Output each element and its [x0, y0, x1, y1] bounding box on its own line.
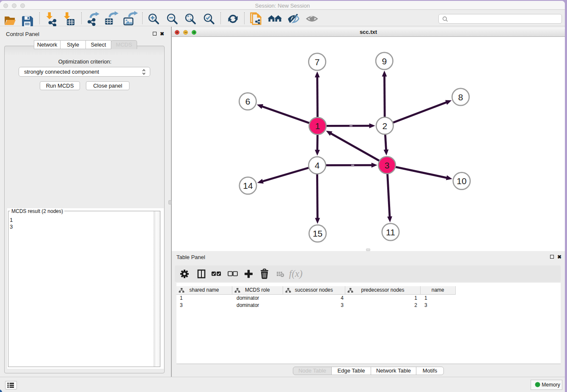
svg-text:6: 6	[245, 97, 250, 106]
svg-text:1: 1	[315, 121, 320, 131]
svg-text:f(x): f(x)	[289, 268, 303, 279]
svg-text:8: 8	[458, 92, 463, 102]
svg-text:3: 3	[385, 160, 390, 170]
svg-text:15: 15	[313, 229, 322, 238]
svg-text:9: 9	[382, 56, 387, 66]
svg-text:2: 2	[382, 121, 387, 131]
svg-text:14: 14	[243, 181, 253, 190]
svg-text:4: 4	[315, 160, 320, 170]
svg-text:10: 10	[457, 176, 466, 186]
svg-text:7: 7	[315, 57, 320, 67]
svg-text:11: 11	[386, 227, 395, 237]
